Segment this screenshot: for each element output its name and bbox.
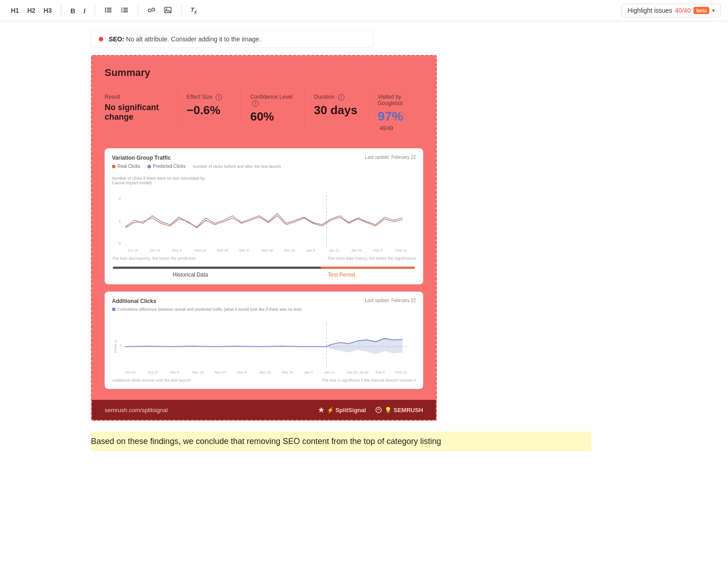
traffic-chart-svg: 2 1 0 Oct 15 Oct 21 Nov 4 [112,191,416,254]
svg-text:Jan 11: Jan 11 [329,248,339,252]
ul-icon [104,6,112,14]
chevron-down-icon: ▾ [712,7,715,14]
legend-note2: Number of clicks if there were no test (… [112,176,212,185]
historical-label: Historical Data [172,272,208,278]
svg-rect-0 [107,8,111,9]
footer-logos: ⚡ SplitSignal 💡 SEMRUSH [318,406,423,414]
googlebot-label: Visited by Googlebot [378,94,405,106]
seo-message: No alt attribute. Consider adding it to … [126,35,261,43]
beta-badge: beta [693,7,709,14]
legend-real-label: Real Clicks [117,164,140,169]
link-button[interactable] [144,4,159,17]
effect-size-metric: Effect Size i −0.6% [187,88,241,123]
h1-button[interactable]: H1 [7,5,23,15]
effect-size-info-icon[interactable]: i [216,94,222,101]
result-metric: Result No significant change [105,88,177,127]
svg-text:Jan 7: Jan 7 [304,370,313,374]
divider-2 [95,5,95,16]
svg-point-3 [105,8,106,9]
chart2-header: Additional Clicks Cumulative difference … [112,298,302,315]
splitsignal-card: Summary Result No significant change Eff… [91,55,437,421]
link-icon [147,6,156,14]
ol-icon: 123 [121,6,129,14]
confidence-metric: Confidence Level i 60% [250,88,305,129]
duration-info-icon[interactable]: i [338,94,344,101]
clear-format-button[interactable]: Tx [187,5,201,16]
chart2-footer-left: Additional clicks accrue until the test … [112,378,191,383]
test-period-label: Test Period [328,272,355,278]
chart2-last-update: Last update: February 22 [365,298,416,303]
legend-predicted-label: Predicted Clicks [153,164,186,169]
svg-text:Clicks Δ: Clicks Δ [113,340,117,353]
bottom-conclusion-text: Based on these findings, we conclude tha… [91,432,592,451]
svg-text:Nov 14: Nov 14 [195,248,206,252]
duration-value: 30 days [314,103,359,117]
timeline-bar [113,266,415,269]
highlight-issues-button[interactable]: Highlight issues 40/40 beta ▾ [622,4,721,17]
chart2-footer: Additional clicks accrue until the test … [112,378,416,383]
footer-url: semrush.com/splitsignal [105,407,168,414]
ordered-list-button[interactable]: 123 [117,4,132,17]
svg-text:Feb 12: Feb 12 [396,370,407,374]
summary-title: Summary [105,67,423,79]
confidence-info-icon[interactable]: i [252,101,258,107]
svg-text:Feb 12: Feb 12 [396,248,407,252]
seo-label: SEO: [109,35,124,43]
splitsignal-icon [318,407,324,413]
unordered-list-button[interactable] [101,4,116,17]
svg-point-4 [105,10,106,11]
effect-size-value: −0.6% [187,103,232,117]
effect-size-label: Effect Size i [187,94,232,101]
result-label: Result [105,94,168,100]
additional-clicks-chart-svg: 0 Clicks Δ Oct 21 Oct 27 Nov 5 Nov [112,317,416,376]
bold-button[interactable]: B [67,5,79,16]
editor-content: SEO: No alt attribute. Consider adding i… [0,21,728,460]
svg-text:3: 3 [121,10,123,13]
svg-text:Dec 31: Dec 31 [284,248,295,252]
svg-text:2: 2 [119,197,121,201]
svg-text:Jan 29, 28 etc: Jan 29, 28 etc [347,370,369,374]
svg-text:Dec 16: Dec 16 [262,248,273,252]
toolbar-right: Highlight issues 40/40 beta ▾ [622,4,721,17]
svg-text:Nov 4: Nov 4 [172,248,182,252]
svg-text:Dec 6: Dec 6 [237,370,247,374]
chart2-footer-right: The test is significant if the interval … [322,378,416,383]
traffic-chart-card: Variation Group Traffic Real Clicks Pred… [105,148,423,284]
image-icon [164,6,172,14]
googlebot-metric: Visited by Googlebot 97% 48/49 [378,88,414,137]
legend-additional-label: Cumulative difference between actual and… [117,307,302,312]
svg-text:1: 1 [119,219,121,223]
svg-text:Dec 24: Dec 24 [282,370,293,374]
chart2-legend: Cumulative difference between actual and… [112,307,302,312]
insert-buttons [144,4,176,17]
predicted-clicks-dot [147,165,151,168]
svg-text:Oct 27: Oct 27 [148,370,158,374]
svg-text:Feb 3: Feb 3 [374,248,383,252]
svg-point-52 [376,407,381,413]
image-button[interactable] [160,4,176,17]
charts-area: Variation Group Traffic Real Clicks Pred… [92,148,436,400]
legend-predicted-clicks: Predicted Clicks [147,164,186,169]
svg-text:Oct 21: Oct 21 [150,248,161,252]
chart1-header: Variation Group Traffic Real Clicks Pred… [112,155,365,189]
heading-buttons: H1 H2 H3 [7,5,56,15]
editor-toolbar: H1 H2 H3 B I 123 Tx Highlight issues 40/… [0,0,728,21]
result-value: No significant change [105,103,168,122]
additional-clicks-dot [112,308,116,311]
divider-3 [138,5,138,16]
format-buttons: B I [67,5,89,16]
card-footer: semrush.com/splitsignal ⚡ SplitSignal 💡 … [92,400,436,420]
svg-rect-7 [123,10,128,10]
svg-text:Jan 11: Jan 11 [324,370,335,374]
svg-text:Oct 15: Oct 15 [127,248,138,252]
legend-real-clicks: Real Clicks [112,164,140,169]
svg-text:Nov 27: Nov 27 [215,370,226,374]
h2-button[interactable]: H2 [24,5,39,15]
italic-button[interactable]: I [80,5,89,16]
semrush-icon [375,406,382,414]
svg-rect-8 [123,11,128,12]
googlebot-sub: 48/49 [379,125,393,131]
svg-text:Jan 5: Jan 5 [306,248,315,252]
h3-button[interactable]: H3 [40,5,56,15]
splitsignal-logo: ⚡ SplitSignal [318,407,366,414]
